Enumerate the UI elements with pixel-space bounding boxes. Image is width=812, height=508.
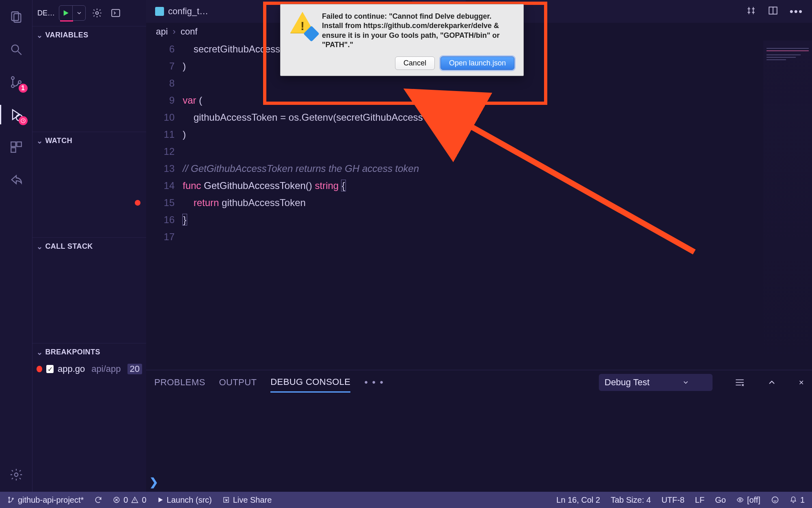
svg-point-4 [11,77,14,80]
code-editor[interactable]: 67891011121314151617 secretGithubAccessT… [146,41,812,370]
split-editor-icon[interactable] [768,5,778,18]
more-icon[interactable]: ••• [790,5,803,18]
search-icon[interactable] [7,41,25,59]
clear-console-icon[interactable] [734,377,745,388]
debug-config-name[interactable]: DE… [37,9,55,17]
debug-config-dropdown[interactable] [72,6,85,20]
status-launch[interactable]: Launch (src) [157,495,212,505]
section-variables[interactable]: ⌄ VARIABLES [32,26,146,44]
compare-icon[interactable] [746,5,756,18]
svg-rect-11 [17,142,21,146]
status-eol[interactable]: LF [695,495,704,505]
svg-point-24 [9,497,10,498]
section-breakpoints[interactable]: ⌄ BREAKPOINTS [32,343,146,361]
chevron-down-icon: ⌄ [37,348,43,357]
watch-body [32,150,146,237]
debug-clock-icon [19,116,28,125]
panel-more-icon[interactable]: • • • [364,377,384,388]
svg-rect-10 [11,142,15,146]
run-debug-icon[interactable] [7,106,25,124]
panel-collapse-icon[interactable] [767,378,777,387]
breakpoints-body: ✓ app.go api/app 20 [32,361,146,377]
status-liveshare[interactable]: Live Share [222,495,272,505]
panel-tabs: PROBLEMS OUTPUT DEBUG CONSOLE • • • Debu… [146,370,812,395]
gutter[interactable]: 67891011121314151617 [146,41,183,370]
debug-session-select[interactable]: Debug Test [599,374,713,391]
status-sync-icon[interactable] [94,496,102,504]
warning-icon [289,12,315,38]
svg-line-3 [18,51,22,55]
svg-marker-14 [64,10,69,16]
status-analysis[interactable]: [off] [736,495,760,505]
panel-close-icon[interactable]: ✕ [799,379,804,386]
open-launch-json-button[interactable]: Open launch.json [441,56,514,70]
breakpoint-line: 20 [127,364,142,374]
tab-config-t[interactable]: config_t… [146,0,217,23]
chevron-down-icon: ⌄ [37,137,43,145]
svg-point-34 [772,497,778,503]
debug-header: DE… [32,0,146,26]
minimap[interactable] [763,41,812,370]
debug-console-toggle-icon[interactable] [108,6,123,20]
chevron-down-icon: ⌄ [37,242,43,251]
status-errors[interactable]: 0 0 [113,495,146,505]
svg-point-2 [11,45,18,52]
debug-start-button[interactable] [59,6,72,20]
status-notifications[interactable]: 1 [790,495,805,505]
debug-start-group [59,5,86,21]
breakpoint-path: api/app [91,364,121,374]
svg-marker-31 [158,497,163,502]
cancel-button[interactable]: Cancel [395,56,435,70]
svg-point-25 [9,501,10,503]
status-encoding[interactable]: UTF-8 [661,495,685,505]
svg-rect-12 [11,148,15,152]
status-bar: github-api-project* 0 0 Launch (src) Liv… [0,492,812,508]
variables-body [32,44,146,132]
breakpoint-file[interactable]: app.go [58,364,85,374]
code-lines[interactable]: secretGithubAccessToken = "SECRET_GITHUB… [183,41,812,370]
svg-point-33 [739,499,741,501]
breakpoint-dot-icon [37,366,42,372]
go-file-icon [155,7,164,16]
status-language[interactable]: Go [715,495,726,505]
status-cursor[interactable]: Ln 16, Col 2 [556,495,600,505]
status-feedback-icon[interactable] [771,496,779,504]
debug-settings-icon[interactable] [90,6,104,20]
status-tabsize[interactable]: Tab Size: 4 [611,495,651,505]
svg-point-15 [96,12,99,15]
chevron-down-icon: ⌄ [37,31,43,40]
svg-point-13 [14,473,18,477]
tab-output[interactable]: OUTPUT [219,373,257,392]
dialog-message: Failed to continue: "Cannot find Delve d… [322,12,514,50]
section-call-stack[interactable]: ⌄ CALL STACK [32,237,146,255]
svg-point-5 [11,85,14,88]
error-dialog: Failed to continue: "Cannot find Delve d… [280,4,524,76]
tab-debug-console[interactable]: DEBUG CONSOLE [270,373,350,393]
source-control-icon[interactable]: 1 [7,73,25,91]
section-watch[interactable]: ⌄ WATCH [32,132,146,150]
explorer-icon[interactable] [7,8,25,26]
breakpoint-checkbox[interactable]: ✓ [46,365,54,373]
debug-sidebar: DE… ⌄ VARIABLES ⌄ WATCH ⌄ CALL STACK ⌄ B… [32,0,146,492]
svg-point-26 [12,498,13,499]
status-branch[interactable]: github-api-project* [7,495,84,505]
tab-problems[interactable]: PROBLEMS [154,373,205,392]
liveshare-icon[interactable] [7,171,25,189]
console-prompt[interactable]: ❯ [149,476,158,488]
extensions-icon[interactable] [7,138,25,156]
callstack-body [32,255,146,343]
activity-bar: 1 [0,0,32,492]
settings-gear-icon[interactable] [7,466,25,484]
bottom-panel: PROBLEMS OUTPUT DEBUG CONSOLE • • • Debu… [146,370,812,492]
scm-badge: 1 [19,84,28,93]
